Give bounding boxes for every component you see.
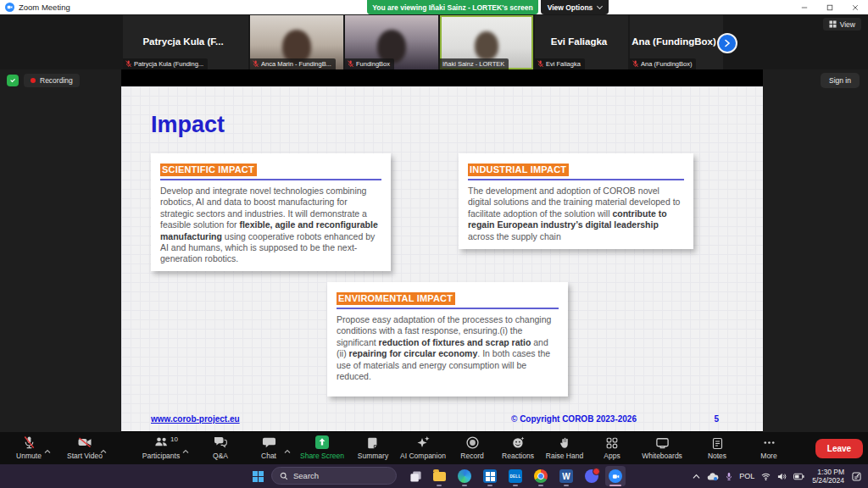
microsoft-store-button[interactable] xyxy=(480,466,500,486)
window-titlebar: Zoom Meeting You are viewing Iñaki Sainz… xyxy=(0,0,868,14)
more-button[interactable]: More xyxy=(733,435,804,460)
next-participants-button[interactable] xyxy=(717,33,737,53)
project-url: www.corob-project.eu xyxy=(151,414,240,424)
onedrive-cloud-icon[interactable] xyxy=(704,466,722,486)
participant-label: Evi Faliagka xyxy=(535,58,585,69)
slide-title: Impact xyxy=(151,112,225,138)
start-button[interactable] xyxy=(248,466,268,486)
discord-icon xyxy=(585,469,598,483)
start-video-button[interactable]: Start Video xyxy=(49,435,120,460)
environmental-impact-heading: ENVIROMENTAL IMPACT xyxy=(337,292,455,305)
participant-name: Evi Faliagka xyxy=(535,36,623,47)
participant-tile-fundingbox[interactable]: FundingBox xyxy=(345,15,438,69)
minimize-button[interactable] xyxy=(792,0,817,14)
sign-in-button[interactable]: Sign in xyxy=(821,73,860,88)
microphone-muted-icon xyxy=(22,435,36,450)
presentation-slide: Impact SCIENTIFIC IMPACT Develop and int… xyxy=(121,86,763,431)
zoom-meeting-window: Zoom Meeting You are viewing Iñaki Sainz… xyxy=(0,0,868,488)
chevron-right-icon xyxy=(723,39,732,47)
language-indicator[interactable]: POL xyxy=(736,466,758,486)
task-view-button[interactable] xyxy=(405,466,426,486)
chat-bubble-icon xyxy=(262,435,276,450)
meeting-content-area: Recording Sign in Impact SCIENTIFIC IMPA… xyxy=(0,69,868,432)
reactions-smiley-icon xyxy=(511,435,526,450)
leave-button[interactable]: Leave xyxy=(815,439,863,458)
store-icon xyxy=(483,469,497,483)
card-divider xyxy=(160,179,381,180)
more-dots-icon xyxy=(762,435,776,450)
zoom-toolbar: Unmute Start Video 10 Participants Q&A xyxy=(0,432,868,464)
participant-tile-patrycja[interactable]: Patrycja Kula (F... Patrycja Kula (Fundi… xyxy=(123,15,248,69)
qa-bubbles-icon xyxy=(213,435,228,450)
clock-date: 5/24/2024 xyxy=(812,476,844,485)
tray-microphone-icon[interactable] xyxy=(722,466,736,486)
view-layout-button[interactable]: View xyxy=(823,18,861,30)
tray-chevron-up-icon[interactable] xyxy=(689,466,704,486)
zoom-icon xyxy=(609,469,622,483)
participant-label: Anca Marin - FundingB... xyxy=(250,58,336,69)
search-icon xyxy=(280,472,288,480)
close-button[interactable] xyxy=(843,0,868,14)
view-options-button[interactable]: View Options xyxy=(541,0,609,14)
industrial-impact-text: The development and adoption of COROB no… xyxy=(468,186,684,242)
system-tray: POL 1:30 PM 5/24/2024 xyxy=(689,464,868,488)
window-title: Zoom Meeting xyxy=(19,3,70,12)
participant-name: Patrycja Kula (F... xyxy=(123,36,243,47)
zoom-taskbar-button[interactable] xyxy=(605,466,626,486)
record-icon xyxy=(465,435,480,450)
battery-icon[interactable] xyxy=(790,466,808,486)
chevron-down-icon xyxy=(597,3,603,9)
card-divider xyxy=(468,179,684,180)
record-dot-icon xyxy=(31,78,36,83)
wifi-icon[interactable] xyxy=(758,466,774,486)
participant-label: Patrycja Kula (Funding... xyxy=(123,58,208,69)
taskbar-clock[interactable]: 1:30 PM 5/24/2024 xyxy=(808,468,849,485)
viewing-screen-banner: You are viewing Iñaki Sainz - LORTEK's s… xyxy=(367,0,538,14)
industrial-impact-card: INDUSTRIAL IMPACT The development and ad… xyxy=(459,153,693,249)
slide-page-number: 5 xyxy=(714,414,719,424)
meeting-security-shield-icon[interactable] xyxy=(7,75,19,86)
dell-icon: DELL xyxy=(509,469,522,483)
grid-view-icon xyxy=(829,20,837,28)
windows-logo-icon xyxy=(253,471,264,482)
notification-center-icon[interactable] xyxy=(849,466,868,486)
muted-mic-icon xyxy=(125,60,131,68)
folder-icon xyxy=(433,472,446,481)
discord-button[interactable] xyxy=(581,466,602,486)
card-divider xyxy=(337,308,559,309)
video-camera-off-icon xyxy=(77,435,92,450)
participant-tile-anca[interactable]: Anca Marin - FundingB... xyxy=(250,15,343,69)
taskbar-search[interactable]: Search xyxy=(271,467,397,485)
participant-tile-ana[interactable]: Ana (FundingBox) Ana (FundingBox) xyxy=(630,15,723,69)
edge-browser-button[interactable] xyxy=(454,466,475,486)
summary-document-icon xyxy=(366,436,380,450)
participant-tile-inaki-active-speaker[interactable]: Iñaki Sainz - LORTEK xyxy=(440,15,533,69)
participant-name: Ana (FundingBox) xyxy=(630,36,718,47)
zoom-app-icon xyxy=(5,3,14,12)
slide-footer: www.corob-project.eu © Copyright COROB 2… xyxy=(121,414,763,426)
dell-app-button[interactable]: DELL xyxy=(505,466,526,486)
ai-sparkle-icon xyxy=(415,435,431,450)
word-button[interactable]: W xyxy=(556,466,576,486)
participants-filmstrip: Patrycja Kula (F... Patrycja Kula (Fundi… xyxy=(0,14,868,69)
notes-icon xyxy=(711,437,724,450)
search-placeholder: Search xyxy=(293,471,319,480)
scientific-impact-heading: SCIENTIFIC IMPACT xyxy=(160,164,257,176)
word-icon: W xyxy=(559,469,573,483)
share-screen-icon xyxy=(314,435,330,450)
environmental-impact-card: ENVIROMENTAL IMPACT Propose easy adaptat… xyxy=(327,282,568,396)
copyright-text: © Copyright COROB 2023-2026 xyxy=(511,414,637,424)
muted-mic-icon xyxy=(632,60,638,68)
participant-tile-evi[interactable]: Evi Faliagka Evi Faliagka xyxy=(535,15,628,69)
muted-mic-icon xyxy=(348,60,353,68)
maximize-button[interactable] xyxy=(817,0,843,14)
raise-hand-icon xyxy=(558,436,571,450)
file-explorer-button[interactable] xyxy=(429,466,449,486)
clock-time: 1:30 PM xyxy=(812,468,844,476)
speaker-icon[interactable] xyxy=(774,466,790,486)
participant-label: Iñaki Sainz - LORTEK xyxy=(440,58,509,69)
windows-taskbar: Search DELL W xyxy=(0,464,868,488)
recording-indicator: Recording xyxy=(24,74,80,87)
chrome-button[interactable] xyxy=(531,466,551,486)
participant-label: Ana (FundingBox) xyxy=(630,58,696,69)
